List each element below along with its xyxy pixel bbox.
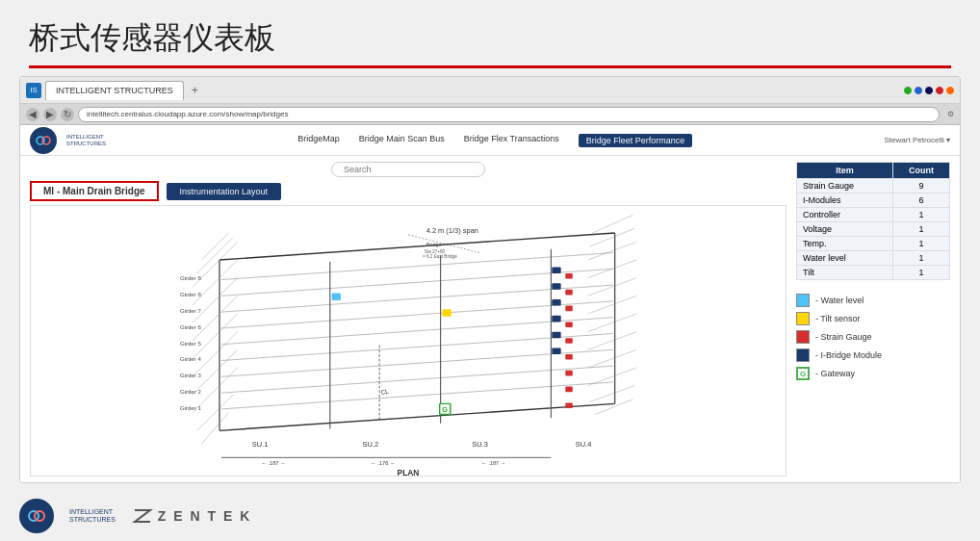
- restore-btn[interactable]: [925, 87, 933, 94]
- table-cell-count: 6: [892, 193, 949, 208]
- main-content: MI - Main Drain Bridge Instrumentation L…: [20, 156, 960, 482]
- bridge-svg: 4.2 m (1/3) span: [31, 206, 786, 476]
- legend-label: - I-Bridge Module: [815, 350, 882, 360]
- girder-label: Girder 3: [180, 373, 201, 378]
- ibridge-module: [552, 267, 560, 273]
- table-cell-count: 1: [892, 251, 949, 266]
- legend-label: - Strain Gauge: [815, 332, 872, 342]
- bottom-bar: INTELLIGENTSTRUCTURES Z E N T E K: [0, 493, 980, 541]
- girder-label: Girder 5: [180, 341, 201, 347]
- plan-label: PLAN: [398, 468, 420, 476]
- app-logo: [30, 127, 57, 154]
- browser-nav: ◀ ▶ ↻ intellitech.centralus.cloudapp.azu…: [20, 104, 960, 125]
- extra-btn[interactable]: [946, 87, 954, 94]
- girder-label: Girder 2: [180, 389, 201, 395]
- strain-gauge: [565, 273, 572, 279]
- table-cell-item: I-Modules: [797, 193, 893, 208]
- browser-tab[interactable]: INTELLIGENT STRUCTURES: [45, 81, 184, 100]
- span-su4: SU.4: [576, 440, 592, 449]
- legend-color-box: [796, 294, 810, 307]
- strain-gauge: [565, 290, 572, 296]
- right-panel: Item Count Strain Gauge9I-Modules6Contro…: [796, 162, 950, 477]
- table-row: Controller1: [797, 208, 950, 222]
- legend-item: - Tilt sensor: [796, 312, 950, 325]
- table-cell-count: 9: [892, 179, 949, 193]
- minimize-btn[interactable]: [904, 87, 912, 94]
- close-btn[interactable]: [936, 87, 943, 94]
- app-nav: INTELLIGENTSTRUCTURES BridgeMap Bridge M…: [20, 125, 960, 156]
- table-cell-item: Strain Gauge: [797, 179, 893, 193]
- legend-color-box: [796, 348, 810, 362]
- back-button[interactable]: ◀: [26, 108, 39, 121]
- girder-label: Girder 1: [180, 405, 201, 411]
- page-title: 桥式传感器仪表板: [0, 0, 980, 65]
- span-annotation: 4.2 m (1/3) span: [426, 226, 478, 235]
- nav-flex-trans[interactable]: Bridge Flex Transactions: [464, 134, 559, 147]
- girder-label: Girder 6: [180, 324, 201, 330]
- girder-label: Girder 4: [180, 356, 201, 362]
- refresh-button[interactable]: ↻: [61, 108, 74, 121]
- legend-label: - Gateway: [815, 369, 855, 378]
- ibridge-module: [552, 316, 560, 322]
- is-logo: [19, 499, 54, 533]
- item-count-table: Item Count Strain Gauge9I-Modules6Contro…: [796, 162, 950, 280]
- strain-gauge: [565, 306, 572, 312]
- bridge-name-box: MI - Main Drain Bridge: [30, 181, 159, 201]
- red-divider: [29, 65, 951, 68]
- table-row: Voltage1: [797, 222, 950, 237]
- table-row: Strain Gauge9: [797, 179, 950, 193]
- girder-label: Girder 8: [180, 275, 201, 281]
- nav-fleet-perf[interactable]: Bridge Fleet Performance: [579, 134, 693, 147]
- table-cell-item: Water level: [797, 251, 893, 266]
- new-tab-btn[interactable]: +: [192, 84, 198, 97]
- legend-item: G- Gateway: [796, 367, 950, 380]
- legend-color-box: [796, 312, 810, 325]
- gateway-g: G: [442, 405, 448, 414]
- browser-settings[interactable]: ⚙: [947, 110, 954, 118]
- table-cell-item: Temp.: [797, 237, 893, 251]
- table-row: I-Modules6: [797, 193, 950, 208]
- browser-chrome: IS INTELLIGENT STRUCTURES +: [20, 77, 960, 104]
- table-cell-count: 1: [892, 222, 949, 237]
- forward-button[interactable]: ▶: [43, 108, 57, 121]
- legend-item: - I-Bridge Module: [796, 348, 950, 362]
- ibridge-module: [552, 348, 560, 354]
- legend-label: - Tilt sensor: [815, 314, 861, 323]
- table-cell-item: Tilt: [797, 266, 893, 280]
- legend-item: - Water level: [796, 294, 950, 307]
- table-row: Temp.1: [797, 237, 950, 251]
- nav-main-scan[interactable]: Bridge Main Scan Bus: [359, 134, 445, 147]
- strain-gauge: [565, 371, 572, 376]
- address-bar[interactable]: intellitech.centralus.cloudapp.azure.com…: [78, 107, 940, 122]
- svg-text:← .187 →: ← .187 →: [261, 460, 285, 466]
- search-input[interactable]: [331, 162, 485, 177]
- browser-tab-label: INTELLIGENT STRUCTURES: [56, 86, 173, 95]
- legend: - Water level- Tilt sensor- Strain Gauge…: [796, 294, 950, 380]
- strain-gauge: [565, 354, 572, 360]
- strain-gauge: [565, 338, 572, 344]
- legend-label: - Water level: [815, 296, 864, 305]
- browser-logo: IS: [26, 83, 41, 98]
- maximize-btn[interactable]: [915, 87, 922, 94]
- table-row: Tilt1: [797, 266, 950, 280]
- cl-marker: CL: [380, 388, 390, 396]
- table-row: Water level1: [797, 251, 950, 266]
- girder-label: Girder 7: [180, 308, 201, 314]
- nav-bridge-map[interactable]: BridgeMap: [297, 134, 340, 147]
- legend-item: - Strain Gauge: [796, 330, 950, 344]
- girder-label: Girder 8: [180, 292, 201, 297]
- zentek-logo: Z E N T E K: [131, 504, 251, 528]
- app-logo-text: INTELLIGENTSTRUCTURES: [66, 134, 106, 146]
- table-cell-item: Voltage: [797, 222, 893, 237]
- user-menu[interactable]: Stewart Petrocelli ▾: [885, 136, 950, 144]
- ibridge-module: [552, 283, 560, 290]
- strain-gauge: [565, 322, 572, 327]
- is-logo-text: INTELLIGENTSTRUCTURES: [69, 508, 116, 525]
- strain-gauge: [565, 387, 572, 393]
- legend-color-box: [796, 330, 810, 344]
- tilt-sensor: [442, 309, 451, 316]
- browser-area: IS INTELLIGENT STRUCTURES + ◀ ▶ ↻ intell…: [19, 76, 961, 483]
- span-su2: SU.2: [363, 440, 379, 449]
- instrumentation-layout-button[interactable]: Instrumentation Layout: [167, 183, 282, 200]
- table-cell-item: Controller: [797, 208, 893, 222]
